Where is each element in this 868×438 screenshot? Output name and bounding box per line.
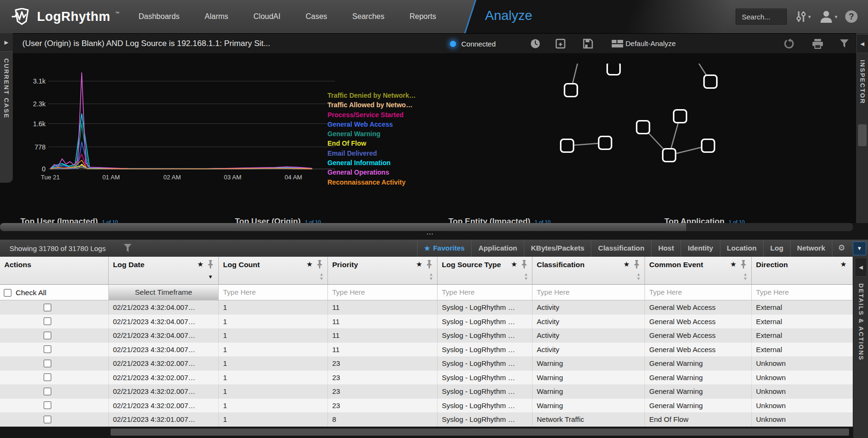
row-checkbox[interactable] <box>44 416 51 423</box>
undo-icon[interactable] <box>784 38 794 49</box>
column-pin-icon[interactable] <box>740 260 747 269</box>
layout-icon[interactable] <box>611 38 624 49</box>
graph-node[interactable] <box>704 75 717 88</box>
widget-title-link[interactable]: 1 of 10 <box>102 219 118 223</box>
widget-title-link[interactable]: 1 of 10 <box>305 219 321 223</box>
column-sort-arrows[interactable]: ▲▼ <box>429 272 433 281</box>
help-button[interactable]: ? <box>845 0 858 33</box>
save-icon[interactable] <box>583 38 593 49</box>
column-pin-icon[interactable] <box>207 260 214 269</box>
current-case-expand-button[interactable]: ▶ <box>0 33 13 52</box>
row-checkbox[interactable] <box>44 401 51 409</box>
legend-item[interactable]: Process/Service Started <box>327 110 446 120</box>
column-star-icon[interactable]: ★ <box>624 260 630 269</box>
row-checkbox[interactable] <box>44 388 51 395</box>
filter-icon[interactable] <box>839 38 849 49</box>
tab-analyze[interactable]: Analyze <box>485 8 532 23</box>
details-actions-expand-button[interactable]: ◀ <box>855 258 867 277</box>
column-header-common-event[interactable]: Common Event★▲▼ <box>645 257 752 285</box>
print-icon[interactable] <box>812 38 824 49</box>
graph-node[interactable] <box>565 84 578 97</box>
legend-item[interactable]: General Warning <box>327 129 446 139</box>
graph-node[interactable] <box>607 64 620 75</box>
column-pin-icon[interactable] <box>521 260 527 269</box>
tab-application[interactable]: Application <box>471 240 524 257</box>
table-row[interactable]: 02/21/2023 4:32:02.007…123Syslog - LogRh… <box>0 399 853 413</box>
user-menu[interactable]: ▾ <box>819 0 838 33</box>
column-sort-arrows[interactable]: ▲▼ <box>524 272 528 281</box>
graph-node[interactable] <box>599 137 612 149</box>
legend-item[interactable]: General Operations <box>327 168 446 177</box>
graph-node[interactable] <box>637 121 650 134</box>
legend-item[interactable]: General Information <box>327 158 446 168</box>
column-sort-arrows[interactable]: ▲▼ <box>636 272 641 281</box>
splitter-grip-icon[interactable]: ⋯ <box>426 230 434 238</box>
table-row[interactable]: 02/21/2023 4:32:04.007…111Syslog - LogRh… <box>0 300 853 315</box>
table-row[interactable]: 02/21/2023 4:32:04.007…111Syslog - LogRh… <box>0 343 853 357</box>
tab-host[interactable]: Host <box>651 240 681 257</box>
filter-input[interactable]: Type Here <box>328 285 437 300</box>
table-row[interactable]: 02/21/2023 4:32:02.007…123Syslog - LogRh… <box>0 371 853 385</box>
grid-settings-button[interactable]: ⚙ <box>832 240 851 257</box>
row-checkbox[interactable] <box>44 304 51 311</box>
column-header-classification[interactable]: Classification★▲▼ <box>532 257 645 285</box>
nav-item-reports[interactable]: Reports <box>410 12 436 21</box>
filter-input[interactable]: Type Here <box>532 285 644 300</box>
column-pin-icon[interactable] <box>426 260 432 269</box>
tab-network[interactable]: Network <box>790 240 832 257</box>
nav-item-cases[interactable]: Cases <box>306 12 327 21</box>
logrhythm-logo[interactable]: LogRhythm ™ <box>11 0 119 33</box>
table-row[interactable]: 02/21/2023 4:32:02.007…123Syslog - LogRh… <box>0 384 853 399</box>
legend-item[interactable]: Email Delivered <box>327 149 446 158</box>
filter-input[interactable]: Type Here <box>752 285 852 300</box>
legend-item[interactable]: General Web Access <box>327 120 446 129</box>
time-range-icon[interactable] <box>530 38 541 49</box>
layout-selector[interactable]: Default-Analyze <box>625 34 676 54</box>
nav-item-searches[interactable]: Searches <box>352 12 384 21</box>
column-pin-icon[interactable] <box>634 260 640 269</box>
entity-node-graph[interactable] <box>535 64 747 182</box>
column-header-log-source-type[interactable]: Log Source Type★▲▼ <box>438 257 532 285</box>
column-sort-arrows[interactable]: ▲▼ <box>319 272 324 281</box>
select-timeframe-button[interactable]: Select Timeframe <box>109 285 218 300</box>
tab-favorites[interactable]: ★Favorites <box>417 240 471 257</box>
legend-item[interactable]: Traffic Denied by Network… <box>327 91 446 100</box>
table-row[interactable]: 02/21/2023 4:32:02.007…123Syslog - LogRh… <box>0 356 853 371</box>
widget-title-link[interactable]: 1 of 10 <box>729 219 745 223</box>
grid-collapse-button[interactable]: ▼ <box>853 242 866 255</box>
filter-input[interactable]: Type Here <box>645 285 751 300</box>
column-header-log-date[interactable]: Log Date★▼ <box>109 257 219 285</box>
column-star-icon[interactable]: ★ <box>197 260 204 269</box>
preferences-menu[interactable]: ▾ <box>795 0 811 33</box>
legend-item[interactable]: End Of Flow <box>327 139 446 148</box>
tab-identity[interactable]: Identity <box>681 240 719 257</box>
table-row[interactable]: 02/21/2023 4:32:01.007…18Syslog - LogRhy… <box>0 412 853 427</box>
table-row[interactable]: 02/21/2023 4:32:04.007…111Syslog - LogRh… <box>0 315 853 329</box>
horizontal-scrollbar-thumb[interactable] <box>111 429 849 436</box>
column-star-icon[interactable]: ★ <box>307 260 313 269</box>
tab-log[interactable]: Log <box>763 240 790 257</box>
column-star-icon[interactable]: ★ <box>840 260 847 269</box>
nav-item-cloudai[interactable]: CloudAI <box>253 12 280 21</box>
tab-location[interactable]: Location <box>720 240 764 257</box>
filter-input[interactable]: Type Here <box>438 285 532 300</box>
legend-item[interactable]: Traffic Allowed by Netwo… <box>327 100 446 110</box>
pin-widget-icon[interactable] <box>555 38 566 49</box>
column-header-direction[interactable]: Direction★ <box>752 257 853 285</box>
graph-node[interactable] <box>674 110 687 123</box>
column-star-icon[interactable]: ★ <box>416 260 422 269</box>
column-header-actions[interactable]: Actions <box>0 257 109 285</box>
row-checkbox[interactable] <box>44 317 51 325</box>
column-header-log-count[interactable]: Log Count★▲▼ <box>219 257 328 285</box>
graph-node[interactable] <box>702 140 715 152</box>
row-checkbox[interactable] <box>44 360 51 367</box>
row-checkbox[interactable] <box>44 373 51 381</box>
inspector-expand-button[interactable]: ◀ <box>856 34 868 53</box>
widget-title-link[interactable]: 1 of 10 <box>535 219 551 223</box>
graph-node[interactable] <box>663 149 676 162</box>
column-star-icon[interactable]: ★ <box>511 260 517 269</box>
grid-filter-icon[interactable] <box>123 243 132 253</box>
graph-node[interactable] <box>561 140 574 152</box>
tab-classification[interactable]: Classification <box>591 240 651 257</box>
vertical-scrollbar-thumb[interactable] <box>858 124 867 146</box>
